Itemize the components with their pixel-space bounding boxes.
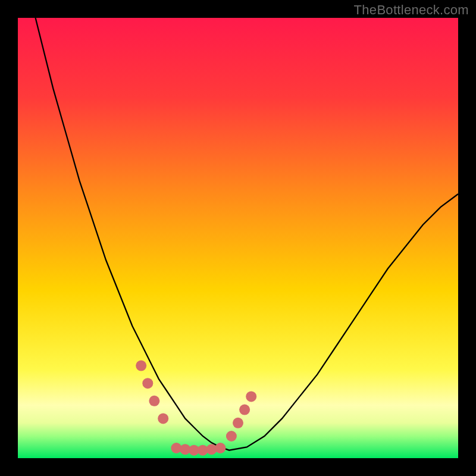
marker-dot [158, 413, 168, 424]
marker-dot [149, 396, 159, 406]
gradient-background [18, 18, 458, 458]
marker-dot [226, 431, 237, 441]
marker-dot [142, 378, 153, 389]
marker-dot [136, 361, 146, 371]
marker-dot [246, 391, 256, 402]
watermark: TheBottleneck.com [354, 2, 469, 18]
chart-area [18, 18, 458, 458]
marker-dot [215, 443, 226, 453]
marker-dot [239, 405, 250, 415]
marker-dot [233, 418, 243, 428]
bottleneck-chart [18, 18, 458, 458]
